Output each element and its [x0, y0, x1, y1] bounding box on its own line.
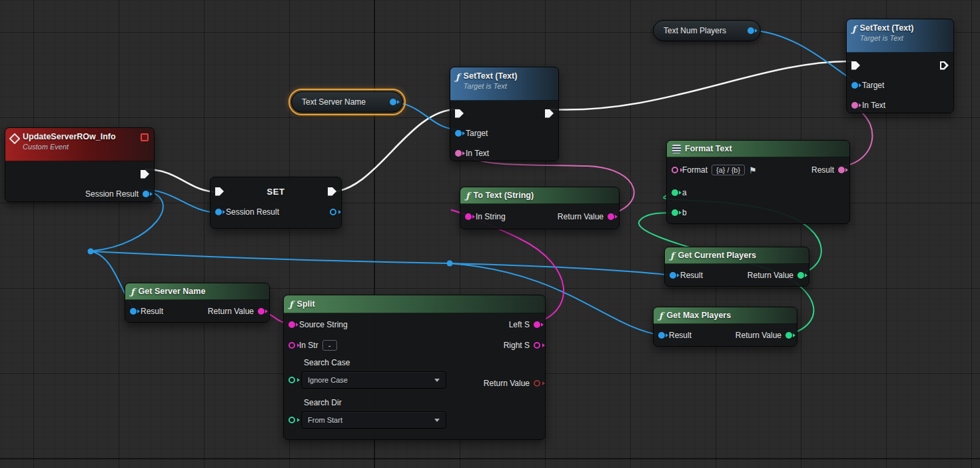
search-case-dropdown[interactable]: Ignore Case [301, 371, 446, 389]
node-header[interactable]: ƒ Get Current Players [665, 247, 809, 264]
return-value-pin[interactable] [785, 332, 792, 339]
custom-event-icon [9, 133, 21, 145]
blueprint-graph-canvas[interactable]: UpdateServerROw_Info Custom Event Sessio… [0, 0, 980, 468]
result-out-pin[interactable] [838, 167, 845, 173]
format-in-pin[interactable] [672, 167, 678, 173]
session-result-out-pin[interactable] [143, 191, 149, 197]
reroute-node[interactable] [447, 261, 453, 267]
localize-flag-icon[interactable]: ⚑ [749, 166, 757, 175]
node-get-max-players[interactable]: ƒ Get Max Players Result Return Value [653, 307, 797, 347]
reroute-node[interactable] [88, 249, 94, 255]
session-result-in-pin[interactable] [215, 209, 222, 215]
function-icon: ƒ [131, 287, 135, 296]
exec-out-pin[interactable] [328, 187, 336, 196]
node-set-session-result[interactable]: SET Session Result [210, 177, 342, 229]
exec-in-pin[interactable] [851, 61, 860, 70]
node-get-server-name[interactable]: ƒ Get Server Name Result Return Value [125, 283, 270, 323]
pin-label: Right S [504, 341, 530, 350]
exec-out-pin[interactable] [940, 61, 949, 70]
pin-label: a [682, 188, 687, 197]
exec-in-pin[interactable] [215, 187, 224, 196]
pin-label: In Str [299, 341, 318, 350]
return-value-pin[interactable] [797, 272, 804, 279]
function-icon: ƒ [456, 73, 460, 81]
pin-label: Session Result [85, 189, 139, 199]
in-text-pin[interactable] [455, 150, 462, 157]
pin-label: In String [476, 212, 506, 221]
node-header[interactable]: ƒ To Text (String) [460, 187, 619, 204]
right-s-pin[interactable] [534, 342, 540, 349]
pin-label: Search Case [304, 356, 545, 369]
node-header[interactable]: ƒ SetText (Text) Target is Text [847, 19, 953, 53]
node-header[interactable]: Format Text [667, 141, 849, 157]
node-header[interactable]: ƒ Get Max Players [654, 307, 797, 324]
search-dir-group: Search Dir From Start [284, 396, 545, 431]
node-title: Get Server Name [139, 287, 206, 296]
wire-reroute1-to-reroute2[interactable] [91, 251, 450, 263]
exec-out-pin[interactable] [545, 109, 554, 118]
node-settext-2[interactable]: ƒ SetText (Text) Target is Text Target I… [846, 19, 954, 113]
variable-out-pin[interactable] [747, 27, 754, 34]
result-in-pin[interactable] [658, 332, 665, 339]
pin-label: Target [466, 129, 488, 138]
result-in-pin[interactable] [670, 272, 676, 279]
wire-reroute2-to-getcurrentplayers[interactable] [450, 263, 674, 275]
exec-out-pin[interactable] [141, 170, 149, 179]
node-title: To Text (String) [474, 191, 534, 200]
a-in-pin[interactable] [672, 189, 678, 196]
exec-wire-set-to-settext1[interactable] [330, 109, 457, 192]
variable-get-text-num-players[interactable]: Text Num Players [653, 20, 761, 41]
pin-label: Result [680, 271, 703, 280]
pin-label: Result [811, 165, 834, 175]
node-subtitle: Target is Text [860, 33, 914, 43]
variable-out-pin[interactable] [390, 99, 396, 105]
in-string-pin[interactable] [465, 213, 472, 220]
in-str-pin[interactable] [288, 342, 295, 349]
exec-wire-settext1-to-settext2[interactable] [550, 61, 852, 110]
return-value-pin[interactable] [608, 213, 614, 220]
function-icon: ƒ [466, 191, 470, 200]
in-str-value-input[interactable]: - [322, 340, 337, 351]
node-title: SET [267, 187, 285, 197]
target-in-pin[interactable] [851, 82, 858, 89]
exec-wire-event-to-set[interactable] [146, 169, 218, 192]
delegate-pin[interactable] [141, 133, 149, 141]
target-in-pin[interactable] [455, 130, 462, 137]
node-title: Format Text [685, 144, 732, 153]
pin-label: Return Value [747, 271, 793, 280]
variable-get-text-server-name[interactable]: Text Server Name [291, 91, 403, 113]
node-subtitle: Target is Text [464, 81, 518, 91]
return-value-pin[interactable] [258, 308, 264, 315]
pin-label: Target [862, 81, 884, 90]
node-header[interactable]: ƒ SetText (Text) Target is Text [450, 67, 558, 101]
exec-in-pin[interactable] [455, 109, 464, 118]
search-case-pin[interactable] [288, 377, 295, 383]
function-icon: ƒ [289, 300, 293, 309]
search-dir-pin[interactable] [288, 417, 295, 423]
pin-label: Return Value [558, 212, 604, 221]
node-settext-1[interactable]: ƒ SetText (Text) Target is Text Target I… [450, 67, 559, 161]
search-dir-dropdown[interactable]: From Start [301, 411, 446, 429]
node-header[interactable]: ƒ Get Server Name [125, 283, 269, 300]
node-update-server-row-info[interactable]: UpdateServerROw_Info Custom Event Sessio… [5, 127, 155, 202]
in-text-pin[interactable] [851, 102, 858, 109]
node-format-text[interactable]: Format Text Format {a} / {b} ⚑ Result a … [666, 140, 850, 224]
variable-label: Text Num Players [664, 26, 726, 35]
dropdown-value: From Start [308, 416, 342, 424]
node-title: Get Current Players [678, 251, 756, 260]
b-in-pin[interactable] [672, 209, 678, 216]
node-header[interactable]: UpdateServerROw_Info Custom Event [5, 128, 154, 161]
node-split[interactable]: ƒ Split Source String Left S In Str - Ri… [283, 295, 546, 440]
node-title: Split [297, 299, 315, 309]
result-in-pin[interactable] [130, 308, 137, 315]
left-s-pin[interactable] [534, 321, 540, 328]
session-result-out-pin[interactable] [330, 209, 336, 215]
format-value-input[interactable]: {a} / {b} [712, 165, 745, 175]
node-header[interactable]: ƒ Split [284, 295, 545, 313]
pin-label: Result [669, 331, 692, 340]
source-string-pin[interactable] [288, 321, 295, 328]
search-case-group: Search Case Ignore Case [284, 356, 545, 391]
node-to-text-string[interactable]: ƒ To Text (String) In String Return Valu… [460, 187, 620, 229]
chevron-down-icon [434, 379, 440, 382]
node-get-current-players[interactable]: ƒ Get Current Players Result Return Valu… [664, 247, 809, 287]
